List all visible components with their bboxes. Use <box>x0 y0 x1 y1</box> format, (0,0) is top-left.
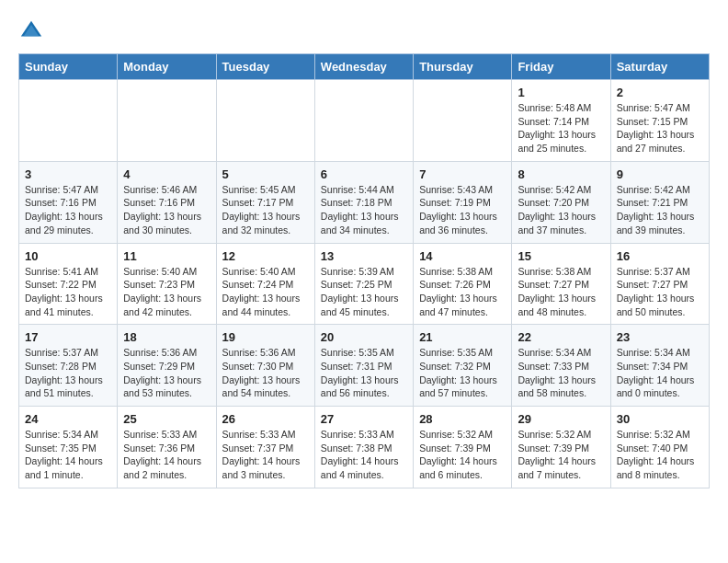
calendar-cell: 20Sunrise: 5:35 AM Sunset: 7:31 PM Dayli… <box>314 325 413 407</box>
header-saturday: Saturday <box>610 54 709 80</box>
day-number: 29 <box>518 412 604 426</box>
calendar-cell: 13Sunrise: 5:39 AM Sunset: 7:25 PM Dayli… <box>314 243 413 325</box>
calendar-cell: 8Sunrise: 5:42 AM Sunset: 7:20 PM Daylig… <box>512 161 610 243</box>
day-info: Sunrise: 5:48 AM Sunset: 7:14 PM Dayligh… <box>518 101 604 155</box>
day-number: 23 <box>617 330 703 344</box>
day-info: Sunrise: 5:33 AM Sunset: 7:36 PM Dayligh… <box>123 428 210 482</box>
day-number: 5 <box>222 167 309 181</box>
calendar-cell: 2Sunrise: 5:47 AM Sunset: 7:15 PM Daylig… <box>610 80 709 162</box>
day-info: Sunrise: 5:33 AM Sunset: 7:38 PM Dayligh… <box>321 428 407 482</box>
calendar-cell: 17Sunrise: 5:37 AM Sunset: 7:28 PM Dayli… <box>19 325 118 407</box>
calendar-cell: 14Sunrise: 5:38 AM Sunset: 7:26 PM Dayli… <box>414 243 512 325</box>
day-number: 28 <box>419 412 506 426</box>
day-info: Sunrise: 5:43 AM Sunset: 7:19 PM Dayligh… <box>419 183 506 237</box>
day-number: 12 <box>222 249 309 263</box>
calendar-cell: 6Sunrise: 5:44 AM Sunset: 7:18 PM Daylig… <box>314 161 413 243</box>
day-number: 24 <box>25 412 111 426</box>
day-number: 26 <box>222 412 309 426</box>
calendar-cell: 7Sunrise: 5:43 AM Sunset: 7:19 PM Daylig… <box>414 161 512 243</box>
day-info: Sunrise: 5:40 AM Sunset: 7:23 PM Dayligh… <box>123 265 210 319</box>
day-info: Sunrise: 5:34 AM Sunset: 7:35 PM Dayligh… <box>25 428 111 482</box>
day-info: Sunrise: 5:35 AM Sunset: 7:32 PM Dayligh… <box>419 346 506 400</box>
day-number: 1 <box>518 86 604 99</box>
calendar-cell <box>118 80 216 162</box>
calendar-cell: 18Sunrise: 5:36 AM Sunset: 7:29 PM Dayli… <box>118 325 216 407</box>
day-info: Sunrise: 5:33 AM Sunset: 7:37 PM Dayligh… <box>222 428 309 482</box>
day-info: Sunrise: 5:35 AM Sunset: 7:31 PM Dayligh… <box>321 346 407 400</box>
page-header <box>18 18 710 44</box>
header-sunday: Sunday <box>19 54 118 80</box>
day-number: 30 <box>617 412 703 426</box>
day-number: 3 <box>25 167 111 181</box>
day-number: 14 <box>419 249 506 263</box>
calendar-week-1: 1Sunrise: 5:48 AM Sunset: 7:14 PM Daylig… <box>19 80 710 162</box>
day-info: Sunrise: 5:44 AM Sunset: 7:18 PM Dayligh… <box>321 183 407 237</box>
day-number: 27 <box>321 412 407 426</box>
day-info: Sunrise: 5:37 AM Sunset: 7:28 PM Dayligh… <box>25 346 111 400</box>
day-number: 10 <box>25 249 111 263</box>
day-number: 7 <box>419 167 506 181</box>
calendar-cell: 24Sunrise: 5:34 AM Sunset: 7:35 PM Dayli… <box>19 407 118 488</box>
calendar-cell: 30Sunrise: 5:32 AM Sunset: 7:40 PM Dayli… <box>610 407 709 488</box>
day-info: Sunrise: 5:45 AM Sunset: 7:17 PM Dayligh… <box>222 183 309 237</box>
header-friday: Friday <box>512 54 610 80</box>
day-info: Sunrise: 5:37 AM Sunset: 7:27 PM Dayligh… <box>617 265 703 319</box>
day-info: Sunrise: 5:32 AM Sunset: 7:39 PM Dayligh… <box>518 428 604 482</box>
day-info: Sunrise: 5:32 AM Sunset: 7:39 PM Dayligh… <box>419 428 506 482</box>
calendar-cell: 9Sunrise: 5:42 AM Sunset: 7:21 PM Daylig… <box>610 161 709 243</box>
day-number: 2 <box>617 86 703 99</box>
calendar-week-4: 17Sunrise: 5:37 AM Sunset: 7:28 PM Dayli… <box>19 325 710 407</box>
day-number: 11 <box>123 249 210 263</box>
calendar-cell: 25Sunrise: 5:33 AM Sunset: 7:36 PM Dayli… <box>118 407 216 488</box>
day-number: 13 <box>321 249 407 263</box>
day-info: Sunrise: 5:41 AM Sunset: 7:22 PM Dayligh… <box>25 265 111 319</box>
calendar-week-3: 10Sunrise: 5:41 AM Sunset: 7:22 PM Dayli… <box>19 243 710 325</box>
day-info: Sunrise: 5:40 AM Sunset: 7:24 PM Dayligh… <box>222 265 309 319</box>
calendar-cell: 3Sunrise: 5:47 AM Sunset: 7:16 PM Daylig… <box>19 161 118 243</box>
calendar-cell: 21Sunrise: 5:35 AM Sunset: 7:32 PM Dayli… <box>414 325 512 407</box>
header-wednesday: Wednesday <box>314 54 413 80</box>
calendar-cell: 28Sunrise: 5:32 AM Sunset: 7:39 PM Dayli… <box>414 407 512 488</box>
calendar-cell: 11Sunrise: 5:40 AM Sunset: 7:23 PM Dayli… <box>118 243 216 325</box>
calendar-table: SundayMondayTuesdayWednesdayThursdayFrid… <box>18 53 710 488</box>
day-number: 17 <box>25 330 111 344</box>
logo-icon <box>18 18 44 44</box>
day-info: Sunrise: 5:39 AM Sunset: 7:25 PM Dayligh… <box>321 265 407 319</box>
calendar-cell: 26Sunrise: 5:33 AM Sunset: 7:37 PM Dayli… <box>216 407 314 488</box>
day-info: Sunrise: 5:36 AM Sunset: 7:30 PM Dayligh… <box>222 346 309 400</box>
calendar-cell: 22Sunrise: 5:34 AM Sunset: 7:33 PM Dayli… <box>512 325 610 407</box>
calendar-cell: 19Sunrise: 5:36 AM Sunset: 7:30 PM Dayli… <box>216 325 314 407</box>
day-info: Sunrise: 5:32 AM Sunset: 7:40 PM Dayligh… <box>617 428 703 482</box>
day-info: Sunrise: 5:34 AM Sunset: 7:34 PM Dayligh… <box>617 346 703 400</box>
header-thursday: Thursday <box>414 54 512 80</box>
day-number: 6 <box>321 167 407 181</box>
day-info: Sunrise: 5:47 AM Sunset: 7:16 PM Dayligh… <box>25 183 111 237</box>
day-info: Sunrise: 5:38 AM Sunset: 7:26 PM Dayligh… <box>419 265 506 319</box>
day-info: Sunrise: 5:38 AM Sunset: 7:27 PM Dayligh… <box>518 265 604 319</box>
day-info: Sunrise: 5:34 AM Sunset: 7:33 PM Dayligh… <box>518 346 604 400</box>
logo <box>18 18 48 44</box>
day-info: Sunrise: 5:42 AM Sunset: 7:21 PM Dayligh… <box>617 183 703 237</box>
header-tuesday: Tuesday <box>216 54 314 80</box>
calendar-cell: 16Sunrise: 5:37 AM Sunset: 7:27 PM Dayli… <box>610 243 709 325</box>
day-info: Sunrise: 5:42 AM Sunset: 7:20 PM Dayligh… <box>518 183 604 237</box>
header-monday: Monday <box>118 54 216 80</box>
calendar-cell: 23Sunrise: 5:34 AM Sunset: 7:34 PM Dayli… <box>610 325 709 407</box>
day-number: 25 <box>123 412 210 426</box>
calendar-week-5: 24Sunrise: 5:34 AM Sunset: 7:35 PM Dayli… <box>19 407 710 488</box>
day-number: 22 <box>518 330 604 344</box>
calendar-cell <box>19 80 118 162</box>
calendar-cell <box>414 80 512 162</box>
day-number: 20 <box>321 330 407 344</box>
day-number: 19 <box>222 330 309 344</box>
calendar-cell: 4Sunrise: 5:46 AM Sunset: 7:16 PM Daylig… <box>118 161 216 243</box>
day-number: 16 <box>617 249 703 263</box>
calendar-cell: 10Sunrise: 5:41 AM Sunset: 7:22 PM Dayli… <box>19 243 118 325</box>
day-number: 21 <box>419 330 506 344</box>
day-number: 9 <box>617 167 703 181</box>
calendar-cell: 12Sunrise: 5:40 AM Sunset: 7:24 PM Dayli… <box>216 243 314 325</box>
calendar-cell: 1Sunrise: 5:48 AM Sunset: 7:14 PM Daylig… <box>512 80 610 162</box>
day-number: 4 <box>123 167 210 181</box>
calendar-cell: 15Sunrise: 5:38 AM Sunset: 7:27 PM Dayli… <box>512 243 610 325</box>
calendar-cell: 5Sunrise: 5:45 AM Sunset: 7:17 PM Daylig… <box>216 161 314 243</box>
